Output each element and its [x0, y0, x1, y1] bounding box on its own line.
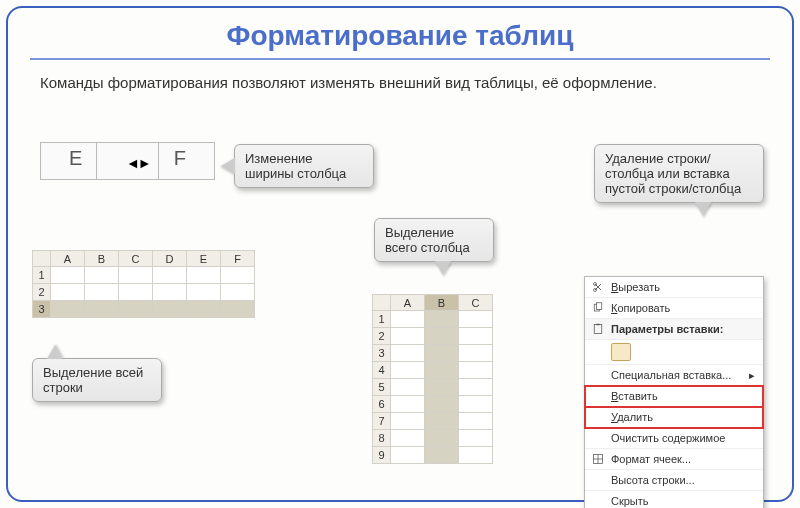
cell [51, 267, 85, 284]
cell [459, 311, 493, 328]
cell [425, 430, 459, 447]
ctx-cut[interactable]: Вырезать [585, 277, 763, 298]
cell [119, 267, 153, 284]
col-header: B [425, 295, 459, 311]
cell [425, 447, 459, 464]
svg-rect-3 [597, 303, 602, 310]
ctx-label: Очистить содержимое [611, 432, 725, 444]
cell [391, 413, 425, 430]
ctx-paste-special[interactable]: Специальная вставка... ▸ [585, 365, 763, 386]
cell [85, 301, 119, 318]
format-cells-icon [591, 452, 605, 466]
context-menu: Вырезать Копировать Параметры вставки: С… [584, 276, 764, 508]
row-header: 4 [373, 362, 391, 379]
cell [459, 345, 493, 362]
blank-icon [591, 494, 605, 508]
corner [373, 295, 391, 311]
ctx-clear[interactable]: Очистить содержимое [585, 428, 763, 449]
svg-rect-4 [594, 325, 602, 334]
cell [187, 301, 221, 318]
row-header: 1 [373, 311, 391, 328]
cell [425, 311, 459, 328]
col-header: C [459, 295, 493, 311]
sheet-column-selection: ABC 123456789 [372, 294, 493, 464]
blank-icon [591, 431, 605, 445]
row-header: 9 [373, 447, 391, 464]
cell [119, 284, 153, 301]
blank-icon [591, 410, 605, 424]
column-resize-illustration: E F ◄► [40, 142, 215, 180]
col-header: F [221, 251, 255, 267]
row-header: 7 [373, 413, 391, 430]
paste-option-icon[interactable] [611, 343, 631, 361]
blank-icon [591, 368, 605, 382]
cell [425, 396, 459, 413]
sheet-row-selection: ABCDEF 123 [32, 250, 255, 318]
col-header: A [391, 295, 425, 311]
ctx-label: Формат ячеек... [611, 453, 691, 465]
callout-delete-insert: Удаление строки/столбца или вставка пуст… [594, 144, 764, 203]
ctx-label: Копировать [611, 302, 670, 314]
ctx-row-height[interactable]: Высота строки... [585, 470, 763, 491]
ctx-label: Вставить [611, 390, 658, 402]
cell [459, 328, 493, 345]
corner [33, 251, 51, 267]
ctx-paste-options-header: Параметры вставки: [585, 319, 763, 340]
cell [85, 267, 119, 284]
cell [459, 430, 493, 447]
callout-label: Выделение всего столбца [385, 225, 470, 255]
svg-rect-5 [597, 324, 600, 326]
callout-select-row: Выделение всей строки [32, 358, 162, 402]
cell [187, 284, 221, 301]
col-header: B [85, 251, 119, 267]
cell [85, 284, 119, 301]
row-header: 3 [373, 345, 391, 362]
cell [391, 447, 425, 464]
row-header: 5 [373, 379, 391, 396]
cell [425, 362, 459, 379]
cell [187, 267, 221, 284]
row-header: 2 [373, 328, 391, 345]
blank-icon [591, 473, 605, 487]
row-header: 6 [373, 396, 391, 413]
cell [459, 379, 493, 396]
col-label-E: E [69, 147, 82, 170]
cell [221, 301, 255, 318]
cell [425, 379, 459, 396]
ctx-format-cells[interactable]: Формат ячеек... [585, 449, 763, 470]
row-header: 2 [33, 284, 51, 301]
cell [391, 396, 425, 413]
callout-tail-icon [695, 202, 711, 216]
callout-tail-icon [47, 345, 63, 359]
ctx-paste-button-row [585, 340, 763, 365]
callout-label: Выделение всей строки [43, 365, 143, 395]
cell [459, 362, 493, 379]
cell [459, 396, 493, 413]
ctx-label: Скрыть [611, 495, 649, 507]
cell [391, 328, 425, 345]
col-header: E [187, 251, 221, 267]
row-header: 8 [373, 430, 391, 447]
callout-tail-icon [221, 158, 235, 174]
callout-select-column: Выделение всего столбца [374, 218, 494, 262]
callout-label: Изменение ширины столбца [245, 151, 346, 181]
cell [459, 413, 493, 430]
col-header: A [51, 251, 85, 267]
ctx-delete[interactable]: Удалить [585, 407, 763, 428]
row-header: 3 [33, 301, 51, 318]
callout-tail-icon [435, 261, 451, 275]
ctx-label: Параметры вставки: [611, 323, 723, 335]
resize-cursor-icon: ◄► [126, 155, 150, 171]
ctx-hide[interactable]: Скрыть [585, 491, 763, 508]
cell [391, 345, 425, 362]
cell [391, 430, 425, 447]
copy-icon [591, 301, 605, 315]
cell [119, 301, 153, 318]
col-header: C [119, 251, 153, 267]
ctx-insert[interactable]: Вставить [585, 386, 763, 407]
cell [391, 311, 425, 328]
cell [221, 284, 255, 301]
ctx-label: Специальная вставка... [611, 369, 731, 381]
ctx-copy[interactable]: Копировать [585, 298, 763, 319]
row-header: 1 [33, 267, 51, 284]
